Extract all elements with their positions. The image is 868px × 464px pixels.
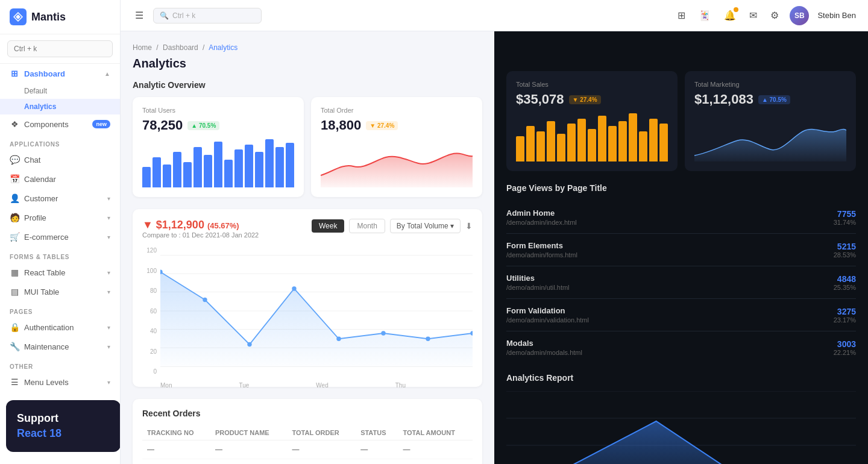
sidebar-sub-default[interactable]: Default [0, 83, 120, 99]
bar [193, 147, 202, 187]
sidebar-item-mui-table[interactable]: ▤ MUI Table ▾ [0, 282, 120, 301]
sidebar-item-components[interactable]: ❖ Components new [0, 114, 120, 134]
pv-item-admin-home: Admin Home /demo/admin/index.html 7755 3… [506, 201, 856, 234]
mail-icon[interactable]: ✉ [747, 7, 760, 24]
breadcrumb-dashboard[interactable]: Dashboard [163, 43, 198, 52]
stat-value-marketing: $1,12,083 ▲ 70.5% [694, 92, 846, 107]
sidebar-item-authentication[interactable]: 🔒 Authentication ▾ [0, 318, 120, 337]
pv-title: Form Elements [506, 241, 577, 250]
pv-item-modals: Modals /demo/admin/modals.html 3003 22.2… [506, 331, 856, 363]
pv-pct: 28.53% [834, 251, 856, 259]
breadcrumb-home[interactable]: Home [133, 43, 152, 52]
sidebar-item-chat[interactable]: 💬 Chat [0, 150, 120, 169]
panel-dark: Total Sales $35,078 ▼ 27.4% [494, 31, 868, 464]
bar [163, 165, 171, 187]
col-product: PRODUCT NAME [210, 425, 288, 440]
sidebar-sub-analytics[interactable]: Analytics [0, 99, 120, 114]
income-controls: Week Month By Total Volume ▾ ⬇ [312, 219, 473, 233]
page-content: Home / Dashboard / Analytics Analytics A… [121, 31, 868, 464]
month-button[interactable]: Month [349, 219, 385, 233]
sidebar-item-customer[interactable]: 👤 Customer ▾ [0, 189, 120, 208]
pv-title: Admin Home [506, 208, 577, 218]
search-bar[interactable]: 🔍 Ctrl + k [153, 8, 262, 24]
hamburger-icon[interactable]: ☰ [133, 7, 146, 24]
chevron-icon: ▲ [104, 71, 110, 77]
settings-icon[interactable]: ⚙ [768, 7, 781, 24]
chevron-icon-ecommerce: ▾ [107, 234, 110, 240]
pv-pct: 23.17% [834, 316, 856, 324]
breadcrumb: Home / Dashboard / Analytics [133, 43, 482, 52]
sidebar-item-ecommerce[interactable]: 🛒 E-commerce ▾ [0, 227, 120, 246]
card-icon[interactable]: 🃏 [696, 7, 713, 24]
bar-gold [629, 113, 637, 161]
search-icon: 🔍 [160, 11, 169, 20]
page-views-title: Page Views by Page Title [506, 183, 856, 193]
badge-users: ▲ 70.5% [187, 121, 219, 130]
sidebar-item-maintenance[interactable]: 🔧 Maintenance ▾ [0, 337, 120, 356]
bar-gold [516, 136, 524, 161]
maintenance-icon: 🔧 [10, 342, 19, 351]
topbar-right: ⊞ 🃏 🔔 ✉ ⚙ SB Stebin Ben [675, 6, 856, 25]
pv-pct: 31.74% [834, 219, 856, 226]
pv-pct: 25.35% [834, 284, 856, 291]
bar-gold [567, 124, 576, 161]
sidebar-item-dashboard[interactable]: ⊞ Dashboard ▲ [0, 64, 120, 83]
user-name: Stebin Ben [817, 11, 856, 20]
bar-gold [598, 116, 606, 161]
download-icon[interactable]: ⬇ [465, 221, 473, 231]
main-area: ☰ 🔍 Ctrl + k ⊞ 🃏 🔔 ✉ ⚙ SB Stebin Ben Hom… [121, 0, 868, 464]
support-highlight: React 18 [17, 427, 110, 440]
avatar[interactable]: SB [790, 6, 809, 25]
stat-cards-row: Total Users 78,250 ▲ 70.5% [133, 97, 482, 197]
stat-value-users: 78,250 ▲ 70.5% [142, 118, 294, 133]
bar [286, 143, 294, 187]
customer-icon: 👤 [10, 193, 19, 203]
bar [255, 152, 263, 187]
chart-dot [158, 270, 162, 274]
sidebar-item-calendar[interactable]: 📅 Calendar [0, 169, 120, 189]
support-popup: Support React 18 [6, 400, 121, 452]
chart-dot [203, 298, 207, 302]
bar-gold [526, 126, 535, 161]
search-input[interactable] [7, 40, 113, 57]
sidebar-item-menu-levels[interactable]: ☰ Menu Levels ▾ [0, 372, 120, 392]
sidebar: Mantis ⊞ Dashboard ▲ Default Analytics ❖… [0, 0, 121, 464]
stat-value-orders: 18,800 ▼ 27.4% [321, 118, 473, 133]
income-overview-card: ▼ $1,12,900 (45.67%) Compare to : 01 Dec… [133, 209, 482, 387]
pv-url: /demo/admin/util.html [506, 284, 570, 291]
chart-dot [292, 286, 296, 290]
chat-icon: 💬 [10, 155, 19, 165]
chart-dot [381, 331, 385, 335]
stat-card-orders: Total Order 18,800 ▼ 27.4% [311, 97, 482, 197]
svg-marker-1 [16, 14, 20, 19]
pv-count: 4848 [834, 274, 856, 284]
sidebar-item-react-table[interactable]: ▦ React Table ▾ [0, 263, 120, 282]
section-applications: Applications [0, 134, 120, 150]
sidebar-item-profile[interactable]: 🧑 Profile ▾ [0, 208, 120, 227]
support-title: Support [17, 412, 110, 425]
x-axis-labels: Mon Tue Wed Thu [142, 382, 473, 389]
bar [224, 160, 233, 187]
week-button[interactable]: Week [312, 219, 344, 233]
dark-area-chart-container: Fri Sat Sun [506, 391, 856, 464]
recent-orders-title: Recent Orders [142, 409, 473, 418]
profile-icon: 🧑 [10, 213, 19, 222]
menu-levels-icon: ☰ [10, 377, 19, 387]
bar-gold [659, 124, 668, 161]
bar [204, 155, 212, 187]
stat-label-orders: Total Order [321, 107, 473, 114]
pv-count: 5215 [834, 242, 856, 251]
stat-label-sales: Total Sales [516, 81, 668, 88]
volume-select[interactable]: By Total Volume ▾ [390, 219, 461, 233]
page-title: Analytics [133, 57, 482, 71]
apps-icon[interactable]: ⊞ [675, 7, 688, 24]
recent-orders-card: Recent Orders TRACKING NO PRODUCT NAME T… [133, 399, 482, 464]
bell-icon[interactable]: 🔔 [722, 7, 738, 24]
income-header: ▼ $1,12,900 (45.67%) Compare to : 01 Dec… [142, 219, 473, 239]
dark-stat-cards: Total Sales $35,078 ▼ 27.4% [506, 71, 856, 171]
y-axis-labels: 0 20 40 60 80 100 120 [142, 245, 157, 377]
income-svg [142, 245, 473, 377]
bar-gold [588, 129, 596, 161]
bar-gold [557, 134, 565, 161]
analytics-report-section: Analytics Report [506, 373, 856, 464]
